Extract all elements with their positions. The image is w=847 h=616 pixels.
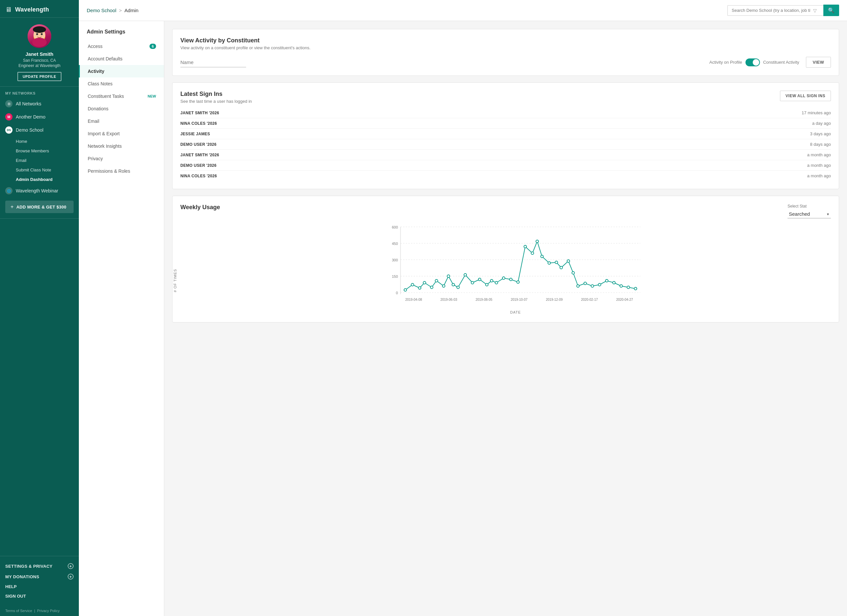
sign-ins-title-group: Latest Sign Ins See the last time a user…: [180, 91, 252, 104]
chart-dot: [447, 275, 450, 277]
chart-dot: [471, 281, 474, 284]
view-all-sign-ins-button[interactable]: VIEW ALL SIGN INS: [780, 91, 831, 101]
help-link[interactable]: HELP: [5, 582, 74, 591]
search-input[interactable]: [732, 8, 810, 13]
chart-dot: [435, 279, 438, 282]
activity-toggle[interactable]: [745, 59, 760, 66]
settings-privacy-link[interactable]: SETTINGS & PRIVACY +: [5, 561, 74, 571]
chart-dot: [457, 286, 459, 289]
stat-select[interactable]: Searched Logged In Profiles Viewed: [788, 210, 831, 218]
chart-dot: [531, 252, 534, 255]
demo-school-icon: DS: [5, 127, 12, 134]
sidebar-item-demo-school[interactable]: DS Demo School: [0, 124, 79, 137]
chart-area: 0 150 300 450 600 2019-04-08 2019-06-03 …: [200, 224, 831, 309]
chart-dot: [452, 283, 455, 286]
chart-dot: [584, 282, 586, 285]
chart-dot: [411, 283, 414, 286]
settings-item-donations[interactable]: Donations: [79, 102, 164, 115]
view-activity-title: View Activity by Constituent: [180, 37, 831, 44]
chart-dot: [541, 255, 543, 258]
logo-icon: 🖥: [5, 6, 12, 13]
sign-in-time: 17 minutes ago: [802, 111, 831, 115]
settings-item-permissions-roles[interactable]: Permissions & Roles: [79, 165, 164, 177]
chart-dot: [495, 281, 498, 284]
activity-toggle-group: Activity on Profile Constituent Activity: [709, 59, 799, 66]
y-axis-label: # OF TIMES: [173, 269, 177, 292]
sign-in-time: 8 days ago: [810, 142, 831, 147]
filter-icon: ▽: [810, 8, 819, 13]
sign-in-time: a month ago: [807, 163, 831, 168]
subnav-home[interactable]: Home: [16, 137, 79, 146]
svg-point-3: [41, 33, 43, 35]
subnav-submit-class-note[interactable]: Submit Class Note: [16, 165, 79, 175]
user-name: Janet Smith: [25, 51, 53, 57]
add-more-label: ADD MORE & GET $300: [16, 205, 66, 209]
main-content: Demo School > Admin ▽ 🔍 Admin Settings A…: [79, 0, 847, 616]
search-button[interactable]: 🔍: [823, 4, 839, 16]
settings-item-network-insights[interactable]: Network Insights: [79, 140, 164, 152]
settings-item-account-defaults[interactable]: Account Defaults: [79, 53, 164, 65]
svg-text:600: 600: [392, 225, 398, 229]
svg-text:300: 300: [392, 258, 398, 262]
view-activity-button[interactable]: VIEW: [806, 57, 831, 68]
view-activity-card: View Activity by Constituent View activi…: [172, 29, 839, 76]
sign-in-name: DEMO USER '2026: [180, 142, 217, 147]
view-activity-subtitle: View activity on a constituent profile o…: [180, 45, 831, 50]
svg-text:2019-04-08: 2019-04-08: [405, 298, 422, 301]
settings-item-access[interactable]: Access 6: [79, 40, 164, 53]
sign-out-link[interactable]: SIGN OUT: [5, 591, 74, 601]
sidebar-item-all-networks[interactable]: ⊞ All Networks: [0, 97, 79, 111]
bottom-section: SETTINGS & PRIVACY + MY DONATIONS + HELP…: [0, 556, 79, 606]
my-networks-label: MY NETWORKS: [0, 87, 79, 97]
toggle-left-label: Activity on Profile: [709, 60, 742, 65]
subnav-admin-dashboard[interactable]: Admin Dashboard: [16, 175, 79, 184]
settings-item-import-export[interactable]: Import & Export: [79, 127, 164, 140]
svg-text:2020-02-17: 2020-02-17: [581, 298, 598, 301]
sidebar-item-another-demo[interactable]: M Another Demo: [0, 111, 79, 124]
chart-dot: [620, 285, 623, 287]
constituent-tasks-badge: NEW: [148, 94, 156, 98]
sign-ins-title: Latest Sign Ins: [180, 91, 252, 97]
settings-expand-icon: +: [68, 563, 74, 569]
latest-sign-ins-card: Latest Sign Ins See the last time a user…: [172, 83, 839, 189]
update-profile-button[interactable]: UPDATE PROFILE: [18, 72, 62, 81]
subnav-email[interactable]: Email: [16, 156, 79, 165]
chart-dot: [567, 260, 570, 262]
search-input-wrap: ▽: [727, 5, 823, 16]
svg-point-2: [36, 33, 38, 35]
settings-item-class-notes[interactable]: Class Notes: [79, 78, 164, 90]
another-demo-icon: M: [5, 113, 12, 121]
sidebar: 🖥 Wavelength Janet Smith San Francisco, …: [0, 0, 79, 616]
chart-dot: [464, 274, 466, 276]
breadcrumb-school[interactable]: Demo School: [87, 7, 116, 13]
chart-dot: [524, 245, 527, 248]
chart-dot: [577, 285, 579, 287]
svg-text:450: 450: [392, 242, 398, 246]
sign-in-list: JANET SMITH '2026 17 minutes ago NINA CO…: [180, 108, 831, 181]
logo-text: Wavelength: [15, 6, 49, 13]
wavelength-webinar-icon: 🌐: [5, 187, 12, 195]
sign-in-row: JANET SMITH '2026 a month ago: [180, 150, 831, 160]
chart-dot: [490, 279, 493, 282]
access-badge: 6: [149, 44, 156, 49]
my-donations-link[interactable]: MY DONATIONS +: [5, 571, 74, 582]
sign-in-row: JESSIE JAMES 3 days ago: [180, 129, 831, 139]
activity-name-input[interactable]: [180, 57, 246, 67]
settings-item-activity[interactable]: Activity: [79, 65, 164, 78]
chart-dot: [430, 286, 433, 289]
sidebar-item-wavelength-webinar[interactable]: 🌐 Wavelength Webinar: [0, 184, 79, 197]
subnav-browse-members[interactable]: Browse Members: [16, 146, 79, 156]
sign-in-name: DEMO USER '2026: [180, 163, 217, 168]
logo-area[interactable]: 🖥 Wavelength: [0, 0, 79, 18]
admin-settings-title: Admin Settings: [79, 29, 164, 40]
add-more-button[interactable]: + ADD MORE & GET $300: [5, 200, 74, 213]
toggle-right-label: Constituent Activity: [763, 60, 799, 65]
footer-links: Terms of Service | Privacy Policy: [0, 606, 79, 616]
settings-item-email[interactable]: Email: [79, 115, 164, 127]
settings-item-constituent-tasks[interactable]: Constituent Tasks NEW: [79, 90, 164, 102]
terms-of-service-link[interactable]: Terms of Service: [5, 609, 32, 613]
chart-dot: [478, 278, 481, 281]
svg-point-4: [33, 26, 46, 33]
privacy-policy-link[interactable]: Privacy Policy: [37, 609, 59, 613]
settings-item-privacy[interactable]: Privacy: [79, 152, 164, 165]
